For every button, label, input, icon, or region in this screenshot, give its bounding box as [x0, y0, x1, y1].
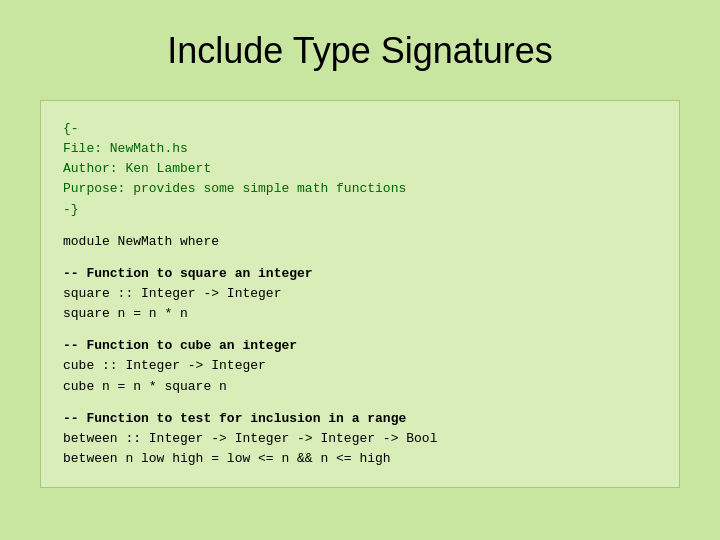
comment-header-line-5: -} — [63, 200, 657, 220]
gap-3 — [63, 324, 657, 336]
module-line: module NewMath where — [63, 232, 657, 252]
gap-4 — [63, 397, 657, 409]
gap-2 — [63, 252, 657, 264]
code-block: {- File: NewMath.hs Author: Ken Lambert … — [40, 100, 680, 488]
section-cube: -- Function to cube an integer cube :: I… — [63, 336, 657, 396]
section-cube-sig: cube :: Integer -> Integer — [63, 356, 657, 376]
gap-1 — [63, 220, 657, 232]
section-square-sig: square :: Integer -> Integer — [63, 284, 657, 304]
section-between-comment: -- Function to test for inclusion in a r… — [63, 409, 657, 429]
comment-header-line-2: File: NewMath.hs — [63, 139, 657, 159]
section-between-body: between n low high = low <= n && n <= hi… — [63, 449, 657, 469]
section-cube-comment: -- Function to cube an integer — [63, 336, 657, 356]
section-between: -- Function to test for inclusion in a r… — [63, 409, 657, 469]
section-square: -- Function to square an integer square … — [63, 264, 657, 324]
comment-header-line-4: Purpose: provides some simple math funct… — [63, 179, 657, 199]
section-between-sig: between :: Integer -> Integer -> Integer… — [63, 429, 657, 449]
comment-header: {- File: NewMath.hs Author: Ken Lambert … — [63, 119, 657, 220]
comment-header-line-3: Author: Ken Lambert — [63, 159, 657, 179]
section-cube-body: cube n = n * square n — [63, 377, 657, 397]
slide: Include Type Signatures {- File: NewMath… — [0, 0, 720, 540]
comment-header-line-1: {- — [63, 119, 657, 139]
section-square-body: square n = n * n — [63, 304, 657, 324]
section-square-comment: -- Function to square an integer — [63, 264, 657, 284]
slide-title: Include Type Signatures — [167, 30, 553, 72]
